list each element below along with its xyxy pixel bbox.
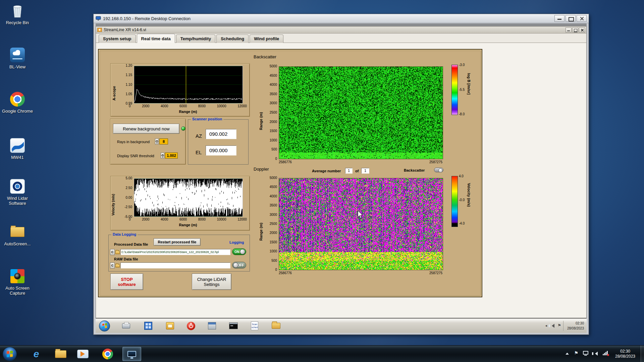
processed-path-field[interactable]: C:\Lidar\Data\Proc\2023\202308\20230828\… [120, 249, 230, 255]
doppler-colorbar-label: Velocity (m/s) [467, 183, 471, 220]
scan-icon-text2: sched [251, 326, 258, 329]
remote-desktop-app-icon[interactable] [144, 321, 153, 330]
close-button[interactable] [577, 15, 587, 22]
tick-label: 2000 [142, 218, 149, 221]
remote-clock[interactable]: 02:30 28/08/2023 [563, 321, 584, 331]
background-controls-cluster: Renew background now Rays in background … [110, 119, 186, 165]
show-desktop-button[interactable] [641, 346, 644, 362]
desktop-icon-label: Auto Screen Capture [1, 286, 34, 296]
backscatter-heatmap[interactable] [279, 66, 443, 159]
taskbar-internet-explorer[interactable]: e [27, 347, 46, 361]
app-close-button[interactable] [579, 27, 585, 33]
terminal-icon[interactable] [229, 321, 238, 330]
maximize-button[interactable] [566, 15, 576, 22]
az-value-field[interactable]: 090.002 [206, 129, 236, 139]
tick-label: 1000 [270, 249, 277, 253]
scan-sched-icon[interactable]: Scan sched [250, 321, 259, 330]
tick-label: 4000 [161, 218, 168, 221]
a-scope-chart: A-scope 1.201.151.101.050.99 02000400060… [110, 63, 250, 117]
tick-label: -2.50 [124, 205, 132, 209]
raw-path-drive-chip[interactable]: C [110, 262, 115, 268]
remote-flag-icon[interactable]: ⚑ [557, 323, 561, 328]
rays-spinner[interactable] [155, 138, 159, 144]
tray-display-icon[interactable] [583, 351, 588, 356]
app-restore-button[interactable] [572, 27, 578, 33]
tray-volume-icon[interactable] [593, 352, 598, 356]
tray-network-icon[interactable] [603, 351, 608, 355]
desktop-icon-auto-screen-capture[interactable]: Auto Screen Capture [1, 268, 34, 296]
change-lidar-settings-button[interactable]: Change LiDAR Settings [192, 274, 231, 290]
desktop-icon-recycle-bin[interactable]: Recycle Bin [1, 3, 34, 25]
raw-path-field[interactable] [120, 262, 230, 268]
taskbar-media-player[interactable] [73, 347, 92, 361]
tick-label: 1500 [270, 129, 277, 133]
desktop-icon-wind-lidar[interactable]: Wind Lidar Software [1, 178, 34, 206]
processed-logging-toggle-on[interactable]: ON [232, 248, 246, 255]
snr-value-field[interactable]: 1.002 [165, 153, 178, 159]
rdp-window: 192.168.0.150 - Remote Desktop Connectio… [93, 14, 589, 335]
tab-bar: System setup Real time data Temp/humidit… [96, 34, 586, 43]
remote-clock-date: 28/08/2023 [566, 326, 584, 331]
tab-temp-humidity[interactable]: Temp/humidity [176, 35, 215, 43]
renew-background-button[interactable]: Renew background now [113, 124, 179, 134]
rdp-titlebar[interactable]: 192.168.0.150 - Remote Desktop Connectio… [94, 14, 589, 23]
a-scope-y-ticks: 1.201.151.101.050.99 [119, 64, 132, 105]
desktop-icon-bl-view[interactable]: BL-View [1, 47, 34, 69]
doppler-x-start-label: 2586776 [279, 271, 292, 275]
taskbar-google-chrome[interactable] [98, 347, 117, 361]
el-value-field[interactable]: 090.000 [206, 145, 236, 156]
rays-value-field[interactable]: 8 [159, 138, 168, 144]
tick-label: 2000 [270, 231, 277, 235]
remote-clock-time: 02:30 [566, 321, 584, 326]
desktop-icon-google-chrome[interactable]: Google Chrome [1, 91, 34, 114]
average-number-label: Average number [312, 169, 341, 173]
tab-scheduling[interactable]: Scheduling [216, 35, 249, 43]
desktop-icon-autoscreen[interactable]: AutoScreen... [1, 224, 34, 246]
raw-path-browse-icon[interactable] [115, 264, 120, 267]
tick-label: 5.00 [126, 176, 132, 180]
snr-spinner[interactable] [161, 153, 164, 159]
app-minimize-button[interactable] [566, 27, 572, 33]
remote-tray-chevron-icon[interactable]: ◂ [545, 323, 547, 328]
tab-system-setup[interactable]: System setup [99, 35, 136, 43]
tray-flag-icon[interactable]: ⚑ [574, 350, 578, 356]
velocity-y-axis-label: Velocity (m/s) [111, 184, 115, 216]
tick-label: 4500 [270, 74, 277, 77]
stop-button-line2: software [118, 282, 136, 287]
doppler-heatmap[interactable] [279, 178, 443, 270]
tab-real-time-data[interactable]: Real time data [137, 34, 175, 43]
tray-chevron-icon[interactable] [566, 352, 569, 355]
processed-path-drive-chip[interactable]: C [110, 249, 115, 255]
power-off-icon[interactable] [186, 321, 196, 330]
raw-logging-toggle-off[interactable]: OFF [232, 262, 246, 268]
average-number-field[interactable]: 1 [345, 168, 353, 174]
stop-software-button[interactable]: STOP software [110, 274, 143, 290]
yellow-app-icon[interactable] [165, 321, 175, 330]
app-window: StreamLine XR v14-6.vi System setup Real… [96, 26, 587, 318]
taskbar-remote-desktop-active[interactable] [122, 347, 141, 361]
on-label: ON [234, 250, 239, 254]
start-button[interactable] [3, 347, 17, 361]
rdp-window-title: 192.168.0.150 - Remote Desktop Connectio… [103, 16, 553, 21]
tick-label: 5000 [270, 64, 277, 68]
google-chrome-icon [9, 91, 25, 107]
a-scope-y-axis-label: A-scope [112, 72, 116, 101]
backscatter-toggle[interactable] [434, 168, 443, 172]
tab-wind-profile[interactable]: Wind profile [250, 35, 283, 43]
system-app-icon[interactable] [207, 321, 217, 330]
taskbar-folder-icon[interactable] [271, 321, 281, 330]
a-scope-x-axis-label: Range (m) [134, 110, 242, 114]
remote-volume-icon[interactable] [550, 324, 554, 328]
desktop-icon-mw41[interactable]: MW41 [1, 137, 34, 160]
processed-path-browse-icon[interactable] [115, 251, 120, 254]
taskbar-windows-explorer[interactable] [51, 347, 70, 361]
restart-processed-file-button[interactable]: Restart processed file [154, 238, 201, 246]
printer-icon[interactable] [121, 321, 131, 330]
app-titlebar[interactable]: StreamLine XR v14-6.vi [96, 26, 586, 34]
system-clock[interactable]: 02:30 28/08/2023 [611, 349, 639, 359]
minimize-button[interactable] [554, 15, 565, 22]
average-total-field[interactable]: 1 [361, 168, 369, 174]
a-scope-plot[interactable] [134, 66, 243, 104]
velocity-plot[interactable] [134, 178, 243, 217]
remote-start-button[interactable] [99, 320, 110, 331]
